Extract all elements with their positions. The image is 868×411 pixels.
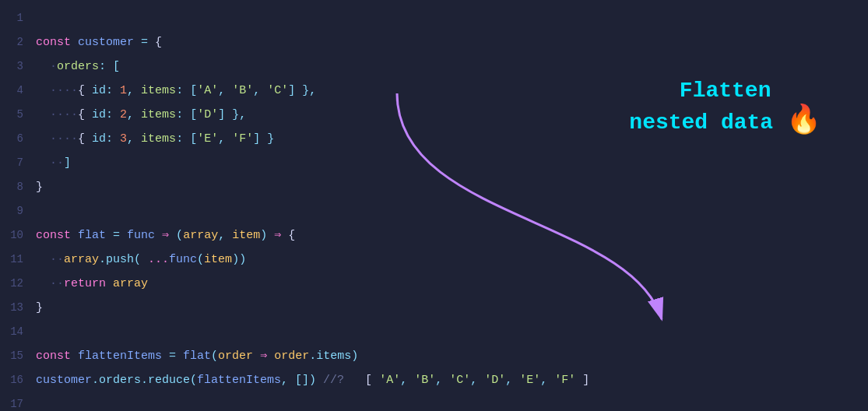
- token: ⇒: [260, 350, 267, 363]
- token: ····: [50, 132, 78, 146]
- token: customer: [78, 36, 134, 49]
- line-number: 8: [0, 175, 36, 199]
- token: ··: [50, 156, 64, 170]
- token: flat: [78, 229, 106, 242]
- token: [36, 253, 50, 266]
- line-content: const customer = {: [36, 30, 868, 54]
- token: order: [218, 350, 253, 363]
- token: array: [183, 229, 218, 242]
- token: ,: [253, 84, 267, 97]
- token: 'D': [197, 108, 218, 121]
- token: :: [106, 132, 120, 146]
- code-line: 13}: [0, 296, 868, 320]
- line-content: const flat = func ⇒ (array, item) ⇒ {: [36, 223, 868, 248]
- token: :: [106, 84, 120, 97]
- token: ,: [218, 132, 232, 146]
- code-line: 16customer.orders.reduce(flattenItems, […: [0, 368, 868, 392]
- token: (: [211, 350, 218, 363]
- line-content: ·orders: [: [36, 54, 868, 79]
- token: id: [92, 84, 106, 97]
- line-number: 13: [0, 296, 36, 320]
- token: 'B': [414, 374, 435, 387]
- token: 'A': [379, 374, 400, 387]
- line-number: 2: [0, 30, 36, 54]
- token: 'C': [267, 84, 288, 97]
- token: [36, 108, 50, 121]
- line-content: }: [36, 175, 868, 199]
- token: ⇒: [274, 229, 281, 242]
- line-content: ··]: [36, 151, 868, 175]
- token: item: [232, 229, 260, 242]
- token: ]: [575, 374, 589, 387]
- token: ,: [127, 132, 141, 146]
- token: const: [36, 229, 78, 242]
- token: ,: [540, 374, 554, 387]
- token: ] }: [253, 132, 274, 146]
- line-number: 6: [0, 127, 36, 151]
- token: [36, 156, 50, 170]
- token: :: [106, 108, 120, 121]
- line-content: ··array.push( ...func(item)): [36, 248, 868, 272]
- token: .push(: [99, 253, 141, 266]
- token: ...: [141, 253, 169, 266]
- token: array: [64, 253, 99, 266]
- token: 'E': [519, 374, 540, 387]
- code-line: 8}: [0, 175, 868, 199]
- token: }: [36, 301, 43, 314]
- token: func: [127, 229, 155, 242]
- token: //?: [316, 374, 351, 387]
- code-line: 14: [0, 320, 868, 344]
- token: }: [36, 181, 43, 194]
- token: [36, 60, 50, 73]
- token: return: [64, 277, 113, 290]
- token: ]: [64, 156, 71, 170]
- code-line: 7 ··]: [0, 151, 868, 175]
- line-number: 1: [0, 6, 36, 30]
- token: , []): [281, 374, 316, 387]
- token: flattenItems: [78, 350, 162, 363]
- line-content: ····{ id: 1, items: ['A', 'B', 'C'] },: [36, 79, 868, 103]
- token: : [: [176, 84, 197, 97]
- token: {: [281, 229, 295, 242]
- token: [267, 350, 274, 363]
- token: ··: [50, 253, 64, 266]
- line-number: 15: [0, 344, 36, 368]
- token: 'C': [449, 374, 470, 387]
- token: : [: [176, 108, 197, 121]
- token: ·: [50, 60, 57, 73]
- code-line: 6 ····{ id: 3, items: ['E', 'F'] }: [0, 127, 868, 151]
- line-content: customer.orders.reduce(flattenItems, [])…: [36, 368, 868, 392]
- line-number: 5: [0, 103, 36, 127]
- line-content: }: [36, 296, 868, 320]
- token: ⇒: [162, 229, 169, 242]
- token: ,: [127, 108, 141, 121]
- token: ] },: [288, 84, 316, 97]
- token: (: [169, 229, 183, 242]
- token: .orders.reduce(: [92, 374, 197, 387]
- token: {: [155, 36, 162, 49]
- line-number: 7: [0, 151, 36, 175]
- line-number: 14: [0, 320, 36, 344]
- token: 'A': [197, 84, 218, 97]
- line-number: 9: [0, 199, 36, 223]
- token: : [: [99, 60, 120, 73]
- token: flat: [183, 350, 211, 363]
- token: orders: [57, 60, 99, 73]
- token: ,: [400, 374, 414, 387]
- code-line: 1: [0, 6, 868, 30]
- token: id: [92, 108, 106, 121]
- token: order: [274, 350, 309, 363]
- token: items: [141, 132, 176, 146]
- token: [: [351, 374, 379, 387]
- code-line: 10const flat = func ⇒ (array, item) ⇒ {: [0, 223, 868, 248]
- token: 'F': [232, 132, 253, 146]
- token: items: [141, 108, 176, 121]
- token: array: [113, 277, 148, 290]
- line-number: 4: [0, 79, 36, 103]
- token: customer: [36, 374, 92, 387]
- token: item: [204, 253, 232, 266]
- code-editor: 12const customer = {3 ·orders: [4 ····{ …: [0, 0, 868, 411]
- line-content: const flattenItems = flat(order ⇒ order.…: [36, 344, 868, 368]
- token: )): [232, 253, 246, 266]
- line-number: 10: [0, 223, 36, 248]
